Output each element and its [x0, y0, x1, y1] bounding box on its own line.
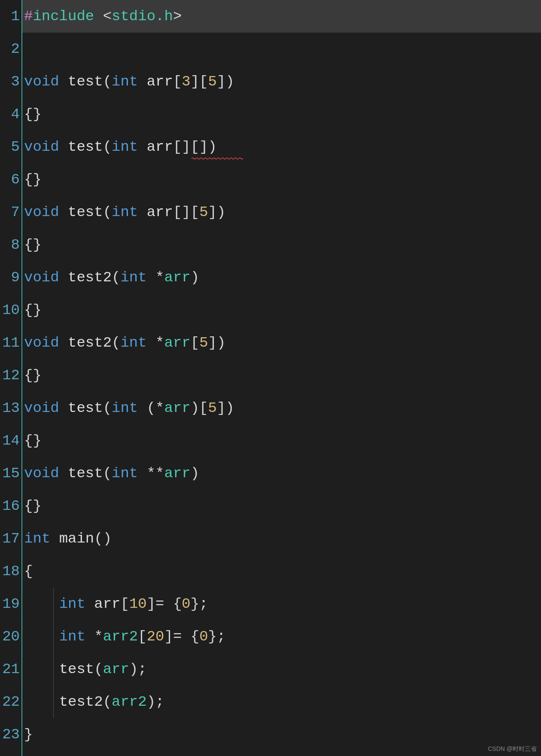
token-num: 0 [182, 596, 190, 612]
token-punct [147, 269, 155, 286]
token-keyword: void [24, 73, 59, 90]
code-line[interactable]: {} [22, 359, 541, 392]
token-keyword: int [59, 596, 85, 612]
token-func: arr [94, 596, 120, 612]
token-num: 20 [147, 628, 164, 645]
token-punct: [ [173, 73, 182, 90]
token-keyword: void [24, 139, 59, 155]
token-keyword: void [24, 204, 59, 220]
token-punct [59, 204, 68, 220]
code-editor[interactable]: 1234567891011121314151617181920212223 #i… [0, 0, 541, 756]
code-line[interactable]: void test(int arr[][5]) [22, 196, 541, 229]
code-line[interactable]: #include <stdio.h> [22, 0, 541, 33]
token-punct: ( [94, 661, 103, 677]
token-punct: [ [120, 596, 129, 612]
token-keyword: int [112, 465, 138, 482]
indent-guide [53, 588, 54, 620]
indent-guide [53, 686, 54, 718]
code-area[interactable]: #include <stdio.h>void test(int arr[3][5… [22, 0, 541, 756]
code-line[interactable]: test2(arr2); [22, 686, 541, 718]
token-punct: ]= { [147, 596, 182, 612]
token-punct: }; [208, 628, 226, 645]
line-number: 2 [0, 33, 20, 65]
token-punct: ); [147, 694, 164, 710]
code-line[interactable]: int arr[10]= {0}; [22, 588, 541, 620]
code-line[interactable]: int *arr2[20]= {0}; [22, 620, 541, 653]
token-keyword: int [120, 269, 146, 286]
token-ident: arr [164, 465, 191, 482]
token-punct: ]= { [164, 628, 200, 645]
watermark: CSDN @时时三省 [488, 744, 537, 753]
line-number: 13 [0, 392, 20, 424]
code-line[interactable]: void test(int arr[3][5]) [22, 65, 541, 98]
token-punct: () [94, 530, 112, 547]
token-func: test [59, 661, 94, 677]
code-line[interactable]: void test(int (*arr)[5]) [22, 392, 541, 424]
line-number: 14 [0, 424, 20, 457]
token-func: test [68, 204, 103, 220]
token-keyword: int [24, 530, 50, 547]
line-number: 7 [0, 196, 20, 229]
code-line[interactable]: {} [22, 163, 541, 196]
line-number: 11 [0, 326, 20, 359]
token-keyword: int [59, 628, 85, 645]
token-punct: ( [103, 400, 112, 416]
indent-guide [53, 653, 54, 686]
line-number: 17 [0, 522, 20, 555]
code-line[interactable]: void test2(int *arr[5]) [22, 326, 541, 359]
token-punct [138, 204, 146, 220]
code-line[interactable]: int main() [22, 522, 541, 555]
code-line[interactable]: void test2(int *arr) [22, 261, 541, 294]
token-punct [85, 596, 94, 612]
token-punct: {} [24, 302, 42, 318]
line-number: 4 [0, 98, 20, 131]
line-number-gutter: 1234567891011121314151617181920212223 [0, 0, 21, 756]
token-num: 0 [199, 628, 208, 645]
code-line[interactable]: void test(int **arr) [22, 457, 541, 490]
token-punct: ( [103, 694, 112, 710]
token-keyword: int [112, 400, 138, 416]
token-punct [50, 530, 59, 547]
token-punct: [][ [173, 204, 199, 220]
line-number: 9 [0, 261, 20, 294]
code-line[interactable] [22, 33, 541, 65]
line-number: 20 [0, 620, 20, 653]
token-punct: [ [191, 335, 199, 351]
token-punct: { [24, 563, 33, 579]
token-punct: ( [138, 400, 155, 416]
line-number: 21 [0, 653, 20, 686]
code-line[interactable]: { [22, 555, 541, 588]
token-punct: ( [112, 269, 120, 286]
token-punct: > [173, 8, 182, 24]
line-number: 5 [0, 131, 20, 163]
token-punct [138, 73, 146, 90]
token-punct: [][]) [173, 139, 217, 155]
token-punct: ( [112, 335, 120, 351]
token-punct: ]) [208, 204, 226, 220]
token-num: 5 [208, 73, 217, 90]
code-line[interactable]: {} [22, 490, 541, 522]
token-num: 5 [199, 204, 208, 220]
code-line[interactable]: {} [22, 294, 541, 326]
code-line[interactable]: {} [22, 229, 541, 261]
code-line[interactable]: {} [22, 424, 541, 457]
token-func: test [68, 73, 103, 90]
token-keyword: void [24, 335, 59, 351]
code-line[interactable]: } [22, 718, 541, 751]
line-number: 15 [0, 457, 20, 490]
token-func: arr [147, 204, 173, 220]
token-punct: ][ [191, 73, 208, 90]
code-line[interactable]: {} [22, 98, 541, 131]
line-number: 22 [0, 686, 20, 718]
token-keyword: int [112, 204, 138, 220]
token-func: arr [147, 73, 173, 90]
line-number: 12 [0, 359, 20, 392]
line-number: 6 [0, 163, 20, 196]
code-line[interactable]: void test(int arr[][]) [22, 131, 541, 163]
token-punct: {} [24, 367, 42, 384]
error-squiggle [191, 157, 243, 160]
code-line[interactable]: test(arr); [22, 653, 541, 686]
line-number: 1 [0, 0, 20, 33]
token-punct [147, 335, 155, 351]
line-number: 19 [0, 588, 20, 620]
